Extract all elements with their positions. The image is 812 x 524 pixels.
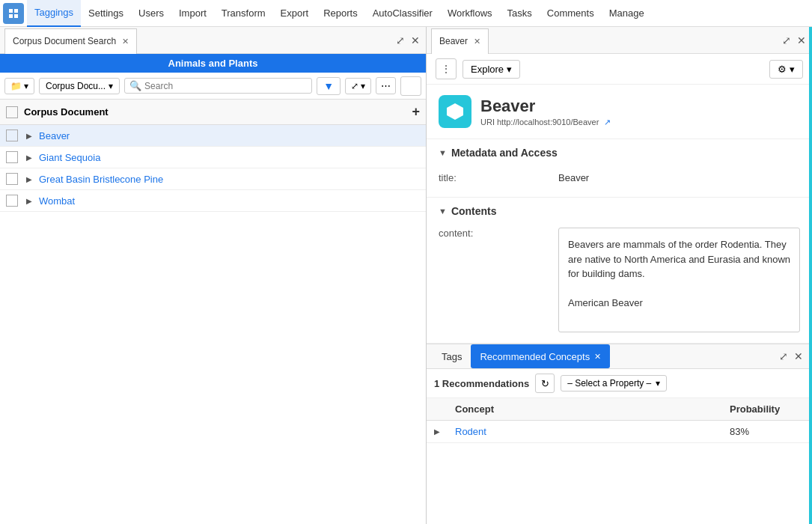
entity-header: Beaver URI http://localhost:9010/Beaver … [427,85,812,139]
search-input[interactable] [144,81,307,91]
row-checkbox-pine[interactable] [6,173,18,185]
folder-dropdown-btn[interactable]: 📁 ▾ [4,78,34,94]
row-checkbox-wombat[interactable] [6,195,18,207]
bottom-tab-expand[interactable]: ⤢ [776,350,791,362]
right-panel: Beaver ✕ ⤢ ✕ ⋮ Explore ▾ ⚙ ▾ [427,27,812,524]
explore-label: Explore [471,64,504,75]
tab-expand-icon[interactable]: ⤢ [393,34,408,46]
table-row[interactable]: ▶ Beaver [0,125,426,147]
close-beaver-tab-icon[interactable]: ✕ [474,37,480,46]
title-field-row: title: Beaver [439,166,800,189]
explore-arrow-icon: ▾ [507,64,512,75]
nav-logo [3,3,24,24]
logo-icon [7,7,19,19]
row-label-pine[interactable]: Great Basin Bristlecone Pine [39,174,163,185]
row-label-beaver[interactable]: Beaver [39,130,70,141]
corpus-doc-label: Corpus Docu... [46,81,106,91]
probability-cell-rodent: 83% [722,421,812,442]
corpus-search-tab[interactable]: Corpus Document Search ✕ [4,28,137,54]
search-box[interactable]: 🔍 [124,78,312,94]
nav-tab-workflows[interactable]: Workflows [440,0,500,27]
filter-btn[interactable]: ▼ [317,77,341,95]
beaver-tab[interactable]: Beaver ✕ [431,28,489,54]
explore-btn[interactable]: Explore ▾ [463,60,520,79]
top-nav: Taggings Settings Users Import Transform… [0,0,812,27]
corpus-name-header: Animals and Plants [0,54,426,73]
extra-btn[interactable] [400,76,421,96]
gear-settings-btn[interactable]: ⚙ ▾ [769,60,803,79]
tags-tab-label: Tags [442,351,462,362]
detail-content: ▼ Metadata and Access title: Beaver ▼ Co… [427,139,812,524]
close-rec-tab-icon[interactable]: ✕ [594,352,601,362]
search-icon: 🔍 [129,80,141,91]
svg-rect-0 [9,9,13,13]
gear-icon: ⚙ [778,64,787,75]
gear-arrow-icon: ▾ [790,64,795,75]
row-label-sequoia[interactable]: Giant Sequoia [39,152,100,163]
entity-info: Beaver URI http://localhost:9010/Beaver … [480,97,611,127]
right-tab-close-icon[interactable]: ✕ [794,34,809,46]
row-expand-pine[interactable]: ▶ [24,174,34,184]
nav-tab-transform[interactable]: Transform [214,0,273,27]
refresh-btn[interactable]: ↻ [535,374,555,393]
nav-tab-import[interactable]: Import [171,0,214,27]
concept-row-rodent[interactable]: ▶ Rodent 83% [427,421,812,443]
table-row[interactable]: ▶ Giant Sequoia [0,147,426,168]
action-dropdown-btn[interactable]: ⤢ ▾ [345,78,371,94]
table-row[interactable]: ▶ Wombat [0,190,426,212]
content-box: Beavers are mammals of the order Rodenti… [558,228,800,332]
nav-tab-taggings[interactable]: Taggings [27,0,81,27]
recommended-concepts-tab[interactable]: Recommended Concepts ✕ [471,344,610,368]
svg-rect-1 [14,9,18,13]
metadata-collapse-icon: ▼ [439,148,447,157]
nav-tab-manage[interactable]: Manage [602,0,652,27]
bottom-tab-close[interactable]: ✕ [791,350,806,362]
tab-close-icon[interactable]: ✕ [408,34,423,46]
row-expand-beaver[interactable]: ▶ [24,130,34,141]
tags-tab[interactable]: Tags [433,344,471,368]
right-tab-expand-icon[interactable]: ⤢ [779,34,794,46]
folder-dropdown-arrow: ▾ [24,81,28,91]
expand-rodent-btn[interactable]: ▶ [427,422,448,441]
table-row[interactable]: ▶ Great Basin Bristlecone Pine [0,168,426,190]
row-checkbox-beaver[interactable] [6,130,18,141]
row-expand-wombat[interactable]: ▶ [24,195,34,206]
nav-tab-settings[interactable]: Settings [81,0,131,27]
more-options-btn[interactable]: ⋯ [376,77,396,94]
close-tab-icon[interactable]: ✕ [122,37,129,46]
entity-shape-icon [445,102,465,121]
nav-tab-tasks[interactable]: Tasks [500,0,540,27]
uri-label: URI http://localhost:9010/Beaver [480,118,599,127]
nav-tab-users[interactable]: Users [131,0,171,27]
contents-collapse-icon: ▼ [439,207,447,216]
contents-section-header[interactable]: ▼ Contents [439,205,800,217]
table-col-header: Corpus Document [24,106,109,118]
nav-tab-autoclassifier[interactable]: AutoClassifier [365,0,440,27]
probability-col-header: Probability [722,398,812,420]
select-all-checkbox[interactable] [6,106,18,118]
concept-col-header: Concept [448,398,722,420]
concept-cell-rodent[interactable]: Rodent [448,421,722,442]
nav-tab-export[interactable]: Export [273,0,317,27]
row-checkbox-sequoia[interactable] [6,151,18,163]
title-field-value: Beaver [558,172,800,183]
corpus-doc-dropdown[interactable]: Corpus Docu... ▾ [39,78,120,94]
nav-tab-comments[interactable]: Comments [540,0,602,27]
add-row-btn[interactable]: + [412,104,420,120]
table-header: Corpus Document + [0,100,426,125]
concept-expand-col-header [427,398,448,420]
metadata-section-label: Metadata and Access [451,147,558,159]
content-text-para2: American Beaver [568,296,790,311]
row-label-wombat[interactable]: Wombat [39,195,75,207]
property-dropdown-icon: ▾ [656,378,660,389]
uri-link-icon[interactable]: ↗ [604,118,611,127]
metadata-section-header[interactable]: ▼ Metadata and Access [439,147,800,159]
row-expand-sequoia[interactable]: ▶ [24,152,34,162]
action-bar: ⋮ Explore ▾ ⚙ ▾ [427,54,812,85]
property-select-dropdown[interactable]: – Select a Property – ▾ [561,375,667,392]
dots-menu-btn[interactable]: ⋮ [436,58,457,79]
entity-icon [439,95,471,128]
content-text-para1: Beavers are mammals of the order Rodenti… [568,237,790,281]
bottom-tab-bar: Tags Recommended Concepts ✕ ⤢ ✕ [427,344,812,369]
nav-tab-reports[interactable]: Reports [316,0,365,27]
